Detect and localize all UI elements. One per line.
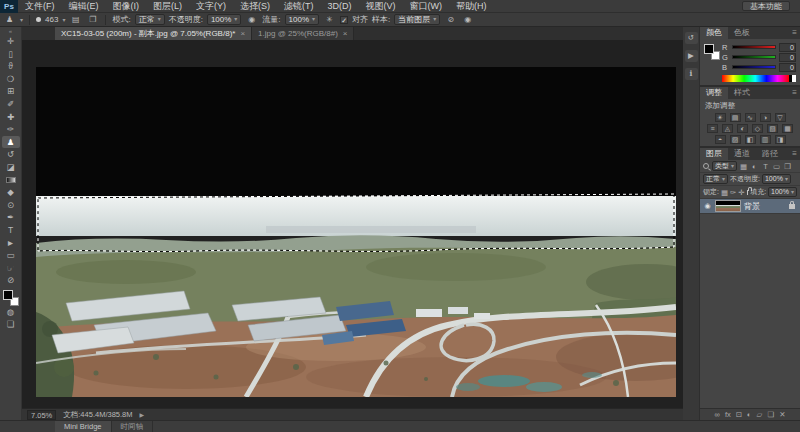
foreground-color-swatch[interactable] <box>3 290 13 300</box>
type-tool[interactable]: T <box>2 224 20 237</box>
red-channel-slider[interactable] <box>732 45 776 49</box>
ignore-adjustment-layers-icon[interactable]: ⊘ <box>444 14 457 25</box>
toggle-brush-panel-icon[interactable]: ▤ <box>69 14 82 25</box>
posterize-icon[interactable]: ▨ <box>730 135 741 144</box>
eraser-tool[interactable]: ◪ <box>2 161 20 174</box>
menu-file[interactable]: 文件(F) <box>18 0 62 13</box>
eyedropper-tool[interactable]: ✐ <box>2 98 20 111</box>
foreground-color-swatch[interactable] <box>704 44 714 54</box>
tab-adjustments[interactable]: 调整 <box>700 87 728 99</box>
workspace-switcher-button[interactable]: 基本功能 <box>742 1 790 11</box>
toggle-clone-source-panel-icon[interactable]: ❐ <box>86 14 99 25</box>
layer-style-fx-icon[interactable]: fx <box>725 410 731 419</box>
layer-visibility-eye-icon[interactable]: ◉ <box>703 202 712 210</box>
document-canvas[interactable] <box>22 40 683 408</box>
rectangle-tool[interactable]: ▭ <box>2 249 20 262</box>
invert-icon[interactable]: ◓ <box>715 135 726 144</box>
lock-pixels-icon[interactable]: ✑ <box>730 188 736 197</box>
history-panel-icon[interactable]: ↺ <box>685 32 698 44</box>
menu-layer[interactable]: 图层(L) <box>146 0 189 13</box>
rectangular-marquee-tool[interactable]: ▯ <box>2 48 20 61</box>
green-channel-value[interactable]: 0 <box>779 53 796 62</box>
tab-swatches[interactable]: 色板 <box>728 27 756 39</box>
blue-channel-value[interactable]: 0 <box>779 63 796 72</box>
new-layer-icon[interactable]: ❏ <box>767 410 774 419</box>
blur-tool[interactable]: ◆ <box>2 186 20 199</box>
spot-healing-brush-tool[interactable]: ✚ <box>2 111 20 124</box>
menu-window[interactable]: 窗口(W) <box>403 0 450 13</box>
filter-pixel-layers-icon[interactable]: ▦ <box>739 162 748 171</box>
quick-mask-button[interactable]: ◍ <box>2 306 20 319</box>
filter-smart-objects-icon[interactable]: ❐ <box>783 162 792 171</box>
curves-icon[interactable]: ∿ <box>745 113 756 122</box>
panorama-image[interactable] <box>36 67 676 397</box>
path-selection-tool[interactable]: ► <box>2 237 20 250</box>
document-tab-active[interactable]: XC15-03-05 (200m) - 副本.jpg @ 7.05%(RGB/8… <box>55 27 252 40</box>
layer-name[interactable]: 背景 <box>744 201 760 212</box>
photo-filter-icon[interactable]: ◇ <box>752 124 763 133</box>
color-lookup-icon[interactable]: ▦ <box>782 124 793 133</box>
red-channel-value[interactable]: 0 <box>779 43 796 52</box>
zoom-tool[interactable]: ⊘ <box>2 274 20 287</box>
close-icon[interactable]: × <box>240 29 245 38</box>
document-tab-inactive[interactable]: 1.jpg @ 25%(RGB/8#) × <box>252 27 354 40</box>
link-layers-icon[interactable]: ∞ <box>715 410 720 419</box>
quick-selection-tool[interactable]: ❍ <box>2 73 20 86</box>
filter-adjustment-layers-icon[interactable]: ◐ <box>750 162 759 171</box>
menu-help[interactable]: 帮助(H) <box>449 0 494 13</box>
vibrance-icon[interactable]: ▽ <box>775 113 786 122</box>
color-balance-icon[interactable]: ◬ <box>722 124 733 133</box>
opacity-select[interactable]: 100% ▾ <box>207 14 241 25</box>
crop-tool[interactable]: ⊞ <box>2 85 20 98</box>
tab-styles[interactable]: 样式 <box>728 87 756 99</box>
gradient-map-icon[interactable]: ◨ <box>775 135 786 144</box>
panel-menu-icon[interactable]: ≡ <box>792 87 800 99</box>
menu-filter[interactable]: 滤镜(T) <box>277 0 321 13</box>
layer-fill-select[interactable]: 100% ▾ <box>768 187 797 197</box>
blue-channel-slider[interactable] <box>732 65 776 69</box>
info-panel-icon[interactable]: ℹ <box>685 68 698 80</box>
mini-bridge-tab[interactable]: Mini Bridge <box>55 421 112 432</box>
green-channel-slider[interactable] <box>732 55 776 59</box>
lock-position-icon[interactable]: ✛ <box>738 188 744 197</box>
flow-select[interactable]: 100% ▾ <box>285 14 319 25</box>
sample-select[interactable]: 当前图层 ▾ <box>394 14 440 25</box>
panel-menu-icon[interactable]: ≡ <box>792 27 800 39</box>
layer-thumbnail[interactable] <box>715 200 741 212</box>
tablet-pressure-size-icon[interactable]: ◉ <box>461 14 474 25</box>
lock-transparency-icon[interactable]: ▦ <box>721 188 728 197</box>
clone-stamp-tool[interactable]: ♟ <box>2 136 20 149</box>
filter-type-layers-icon[interactable]: T <box>761 162 770 171</box>
actions-panel-icon[interactable]: ▶ <box>685 50 698 62</box>
screen-mode-button[interactable]: ❏ <box>2 318 20 331</box>
color-spectrum-ramp[interactable] <box>722 75 796 82</box>
add-layer-mask-icon[interactable]: ⊡ <box>736 410 742 419</box>
panel-color-swatches[interactable] <box>704 44 720 60</box>
menu-edit[interactable]: 编辑(E) <box>62 0 106 13</box>
zoom-level-field[interactable]: 7.05% <box>27 410 56 420</box>
dodge-tool[interactable]: ⊙ <box>2 199 20 212</box>
airbrush-icon[interactable]: ✳ <box>323 14 336 25</box>
hue-saturation-icon[interactable]: ≡ <box>707 124 718 133</box>
filter-shape-layers-icon[interactable]: ▭ <box>772 162 781 171</box>
black-white-icon[interactable]: ◐ <box>737 124 748 133</box>
background-layer-row[interactable]: ◉ 背景 <box>700 199 800 214</box>
lock-all-icon[interactable] <box>747 190 748 195</box>
layer-blend-mode-select[interactable]: 正常 ▾ <box>703 174 728 184</box>
new-group-icon[interactable]: ▱ <box>757 410 763 419</box>
layer-filter-kind-select[interactable]: 类型 ▾ <box>712 161 737 171</box>
channel-mixer-icon[interactable]: ▧ <box>767 124 778 133</box>
panel-menu-icon[interactable]: ≡ <box>792 148 800 160</box>
timeline-tab[interactable]: 时间轴 <box>112 421 154 432</box>
brush-tool[interactable]: ✑ <box>2 123 20 136</box>
aligned-checkbox[interactable]: ✓ <box>340 16 348 24</box>
menu-type[interactable]: 文字(Y) <box>189 0 233 13</box>
history-brush-tool[interactable]: ↺ <box>2 148 20 161</box>
selective-color-icon[interactable]: ▥ <box>760 135 771 144</box>
menu-select[interactable]: 选择(S) <box>233 0 277 13</box>
brush-preset-dot-icon[interactable] <box>36 17 41 22</box>
brightness-contrast-icon[interactable]: ☀ <box>715 113 726 122</box>
tab-color[interactable]: 颜色 <box>700 27 728 39</box>
color-swatches[interactable] <box>3 290 19 306</box>
brush-size-value[interactable]: 463 <box>45 15 58 24</box>
